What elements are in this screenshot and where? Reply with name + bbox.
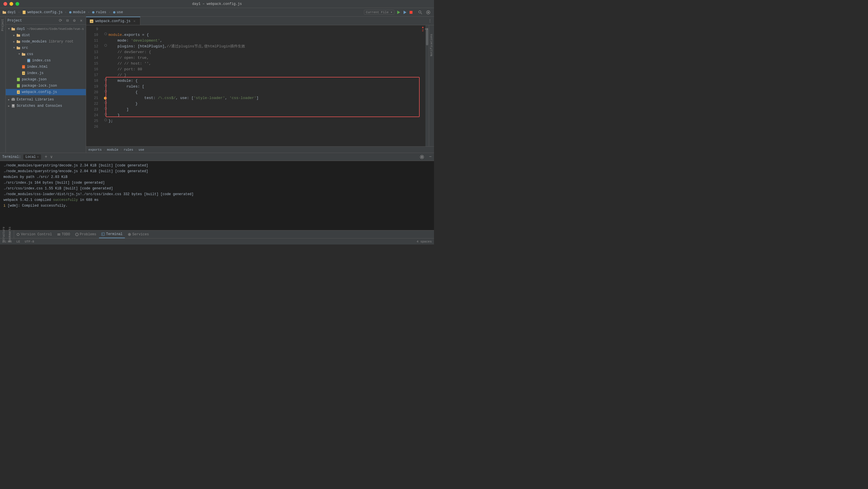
minimize-terminal-icon[interactable]: −	[429, 154, 432, 160]
terminal-line: modules by path ./src/ 2.03 KiB	[3, 174, 431, 180]
tree-item-index-js[interactable]: JS index.js	[6, 70, 86, 76]
left-side-tabs: Structure Bookmarks	[0, 230, 14, 238]
terminal-tab-local[interactable]: Local ✕	[23, 154, 41, 160]
tree-item-package-lock-json[interactable]: { } package-lock.json	[6, 83, 86, 89]
tree-item-index-css[interactable]: CSS index.css	[6, 57, 86, 64]
spacer	[17, 71, 21, 75]
sync-icon[interactable]: ⟳	[58, 18, 63, 24]
arrow-icon: ▼	[7, 27, 11, 31]
gutter	[103, 112, 108, 116]
tree-item-scratches[interactable]: ▶ Scratches and Consoles	[6, 103, 86, 109]
breadcrumb-sep3: ›	[88, 11, 90, 14]
bc-module[interactable]: module	[107, 148, 119, 152]
terminal-label: Terminal:	[2, 155, 21, 159]
line-text: // devServer: {	[108, 50, 423, 55]
run-config-selector[interactable]: Current File ▾	[364, 10, 394, 14]
circle-icon3	[113, 11, 116, 14]
svg-point-50	[104, 119, 107, 121]
terminal-menu-icon[interactable]: ∨	[50, 154, 53, 159]
add-terminal-icon[interactable]: +	[44, 154, 48, 160]
spacer	[22, 59, 26, 63]
services-tab[interactable]: Services	[125, 230, 151, 238]
close-panel-icon[interactable]: ✕	[79, 18, 84, 24]
tree-item-webpack-config[interactable]: JS webpack.config.js	[6, 89, 86, 95]
svg-text:JS: JS	[23, 73, 24, 74]
svg-point-9	[419, 11, 421, 13]
file-tree-sidebar: Project ⟳ ⊟ ⚙ ✕ ▼ day1 ~/Documents/Code/…	[6, 17, 86, 153]
folder-icon	[21, 52, 26, 57]
tree-item-name: dist	[22, 33, 30, 37]
tree-item-name: package-lock.json	[22, 84, 57, 88]
terminal-content[interactable]: ./node_modules/querystring/decode.js 2.3…	[0, 161, 434, 230]
main-layout: Project Project ⟳ ⊟ ⚙ ✕ ▼ day1 ~/Documen…	[0, 17, 434, 244]
structure-tab[interactable]: Structure	[1, 226, 7, 243]
gear-icon[interactable]: ⚙	[71, 18, 77, 24]
tree-item-name: node_modules library root	[22, 40, 73, 44]
bc-rules[interactable]: rules	[124, 148, 133, 152]
collapse-all-icon[interactable]: ⊟	[65, 18, 70, 24]
line-numbers: 9 10 11 12 13 14 15 16 17 18 19 20 21 22…	[86, 25, 100, 146]
breadcrumb-module[interactable]: module	[69, 10, 85, 14]
settings-terminal-icon[interactable]	[420, 155, 424, 159]
problems-tab[interactable]: ! Problems	[73, 230, 99, 238]
stop-icon[interactable]	[409, 10, 413, 14]
tab-close-icon[interactable]: ✕	[132, 19, 136, 24]
more-tabs-icon[interactable]: ⋮	[428, 19, 432, 23]
svg-rect-18	[17, 40, 18, 41]
status-bar: 21:66 LE UTF-8 4 spaces	[0, 238, 434, 244]
gutter	[103, 107, 108, 110]
library-icon	[11, 97, 16, 102]
breadcrumb-day1[interactable]: day1	[2, 10, 16, 14]
svg-rect-35	[11, 98, 15, 101]
tree-item-day1[interactable]: ▼ day1 ~/Documents/Code/VueCode/vue-s	[6, 26, 86, 32]
breadcrumb-sep: ›	[18, 11, 20, 14]
top-toolbar: day1 › webpack.config.js › module › rule…	[0, 8, 434, 17]
scrollbar-track[interactable]: ▲ 2 ∧ ∨	[425, 25, 429, 146]
tree-item-index-html[interactable]: HTML index.html	[6, 64, 86, 70]
arrow-down-icon[interactable]: ∨	[427, 27, 428, 31]
svg-marker-6	[397, 11, 400, 14]
tree-item-package-json[interactable]: { } package.json	[6, 76, 86, 83]
svg-point-47	[104, 102, 107, 104]
version-control-tab[interactable]: Version Control	[14, 230, 54, 238]
tree-item-node-modules[interactable]: ▶ node_modules library root	[6, 38, 86, 45]
svg-point-4	[92, 11, 94, 13]
breadcrumb-rules[interactable]: rules	[92, 10, 106, 14]
tree-item-css-folder[interactable]: ▼ css	[6, 51, 86, 57]
tree-item-external-libraries[interactable]: ▶ External Libraries	[6, 96, 86, 103]
bookmarks-tab[interactable]: Bookmarks	[7, 226, 12, 243]
svg-rect-55	[57, 235, 60, 235]
svg-point-46	[104, 90, 107, 92]
tab-label: Services	[132, 232, 149, 236]
bc-use[interactable]: use	[138, 148, 144, 152]
run-icon[interactable]	[396, 10, 401, 14]
breadcrumb-use[interactable]: use	[113, 10, 123, 14]
terminal-toolbar: Terminal: Local ✕ + ∨ −	[0, 153, 434, 161]
terminal-tab[interactable]: Terminal	[99, 230, 125, 238]
close-button[interactable]	[3, 2, 7, 6]
tree-item-src[interactable]: ▼ src	[6, 45, 86, 51]
breakpoint-icon	[104, 97, 107, 100]
arrow-icon: ▶	[12, 40, 16, 44]
arrow-icon: ▶	[12, 33, 16, 37]
terminal-tab-close[interactable]: ✕	[37, 155, 39, 159]
tab-webpack-config[interactable]: JS webpack.config.js ✕	[86, 17, 141, 25]
maximize-button[interactable]	[16, 2, 19, 6]
search-icon[interactable]	[418, 10, 423, 14]
arrow-icon: ▼	[12, 46, 16, 50]
debug-icon[interactable]	[402, 10, 407, 14]
terminal-success-line: webpack 5.42.1 compiled successfully in …	[3, 197, 431, 203]
project-tab[interactable]: Project	[0, 17, 5, 33]
settings-icon[interactable]	[426, 10, 431, 14]
notifications-label[interactable]: Notifications	[430, 34, 433, 56]
todo-tab[interactable]: TODO	[55, 230, 72, 238]
code-content[interactable]: module.exports = { mode: 'development',	[100, 25, 425, 146]
folder-icon	[16, 33, 21, 38]
tree-item-dist[interactable]: ▶ dist	[6, 32, 86, 38]
json-file-icon: { }	[16, 77, 21, 82]
gutter	[103, 90, 108, 93]
breadcrumb-webpack[interactable]: webpack.config.js	[22, 10, 62, 14]
spacer	[12, 77, 16, 82]
minimize-button[interactable]	[9, 2, 13, 6]
bc-exports[interactable]: exports	[88, 148, 102, 152]
